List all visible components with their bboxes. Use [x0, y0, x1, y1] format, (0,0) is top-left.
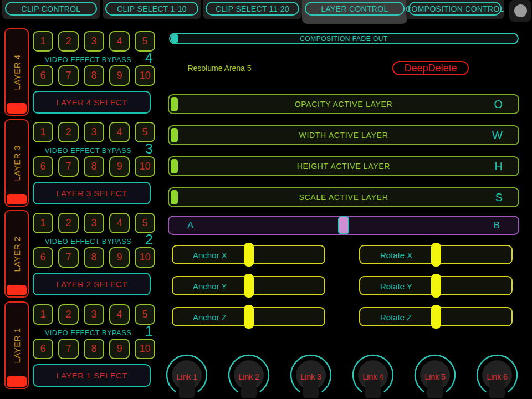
layer-4-bypass-button-8[interactable]: 8 — [84, 65, 104, 86]
layer-4-bypass-button-10[interactable]: 10 — [135, 65, 155, 86]
layer-1-bypass-button-9[interactable]: 9 — [109, 339, 130, 359]
layer-2-bypass-button-9[interactable]: 9 — [109, 247, 130, 268]
layer-1-fader-handle[interactable] — [7, 376, 27, 387]
link-5-knob[interactable]: Link 5 — [412, 352, 458, 398]
layer-4-bypass-button-2[interactable]: 2 — [58, 31, 79, 52]
width-slider-label: WIDTH ACTIVE LAYER — [169, 131, 518, 140]
tab-clip-select-1-10-button[interactable]: CLIP SELECT 1-10 — [105, 2, 198, 16]
rotate-x-slider[interactable]: Rotate X — [359, 245, 513, 264]
layer-3-bypass-button-8[interactable]: 8 — [84, 156, 104, 177]
layer-4-bypass-button-6[interactable]: 6 — [33, 65, 53, 86]
layer-1-bypass-button-10[interactable]: 10 — [135, 339, 155, 359]
anchor-z-slider[interactable]: Anchor Z — [172, 307, 325, 326]
layer-1-bypass-button-2[interactable]: 2 — [58, 304, 79, 325]
layer-3-bypass-button-7[interactable]: 7 — [58, 156, 79, 177]
layer-1-bypass-button-1[interactable]: 1 — [33, 304, 53, 325]
layer-4-bypass-button-3[interactable]: 3 — [84, 31, 104, 52]
layer-2-select-button[interactable]: LAYER 2 SELECT — [33, 273, 151, 295]
rotate-z-handle[interactable] — [431, 305, 441, 329]
tab-composition-control-button[interactable]: COMPOSITION CONTROL — [408, 2, 502, 16]
layer-1-fader[interactable]: LAYER 1 — [4, 301, 29, 389]
anchor-x-handle[interactable] — [244, 243, 254, 267]
layer-4-fader[interactable]: LAYER 4 — [4, 28, 29, 116]
rotate-y-slider[interactable]: Rotate Y — [359, 276, 513, 295]
opacity-slider-label: OPACITY ACTIVE LAYER — [169, 100, 518, 109]
layer-3-bypass-button-3[interactable]: 3 — [84, 122, 104, 142]
anchor-x-slider[interactable]: Anchor X — [172, 245, 325, 264]
opacity-active-layer-slider[interactable]: OPACITY ACTIVE LAYER O — [168, 94, 519, 114]
layer-1-bypass-button-6[interactable]: 6 — [33, 339, 53, 359]
rotate-y-label: Rotate Y — [380, 281, 412, 290]
layer-3-bypass-number: 3 — [139, 141, 160, 157]
scale-active-layer-slider[interactable]: SCALE ACTIVE LAYER S — [168, 187, 519, 207]
settings-button[interactable] — [509, 0, 531, 22]
tab-clip-control[interactable]: CLIP CONTROL — [2, 0, 100, 19]
layer-3-bypass-button-5[interactable]: 5 — [135, 122, 155, 142]
layer-3-bypass-button-6[interactable]: 6 — [33, 156, 53, 177]
layer-3-bypass-button-9[interactable]: 9 — [109, 156, 130, 177]
layer-4-bypass-button-5[interactable]: 5 — [135, 31, 155, 52]
layer-4-bypass-button-7[interactable]: 7 — [58, 65, 79, 86]
layer-4-fader-handle[interactable] — [7, 103, 27, 114]
rotate-z-slider[interactable]: Rotate Z — [359, 307, 513, 326]
layer-3-bypass-button-1[interactable]: 1 — [33, 122, 53, 142]
layer-1-bypass-button-3[interactable]: 3 — [84, 304, 104, 325]
tab-clip-select-1-10[interactable]: CLIP SELECT 1-10 — [103, 0, 201, 19]
layer-2-section: LAYER 2 1 2 3 4 5 VIDEO EFFECT BYPASS 2 … — [0, 210, 162, 299]
tab-label: LAYER CONTROL — [321, 4, 388, 13]
layer-2-fader-handle[interactable] — [7, 285, 27, 295]
layer-2-bypass-button-4[interactable]: 4 — [109, 213, 130, 233]
layer-4-bypass-button-4[interactable]: 4 — [109, 31, 130, 52]
tab-clip-select-11-20[interactable]: CLIP SELECT 11-20 — [203, 0, 302, 19]
layer-4-select-button[interactable]: LAYER 4 SELECT — [33, 91, 151, 114]
width-active-layer-slider[interactable]: WIDTH ACTIVE LAYER W — [168, 125, 519, 145]
layer-2-bypass-button-3[interactable]: 3 — [84, 213, 104, 233]
layer-4-bypass-button-9[interactable]: 9 — [109, 65, 130, 86]
layer-1-section: LAYER 1 1 2 3 4 5 VIDEO EFFECT BYPASS 1 … — [0, 301, 162, 390]
layer-2-bypass-button-6[interactable]: 6 — [33, 247, 53, 268]
layer-4-bypass-button-1[interactable]: 1 — [33, 31, 53, 52]
layer-3-fader[interactable]: LAYER 3 — [4, 119, 29, 207]
link-3-knob[interactable]: Link 3 — [288, 352, 334, 398]
layer-2-bypass-button-1[interactable]: 1 — [33, 213, 53, 233]
layer-1-bypass-button-8[interactable]: 8 — [84, 339, 104, 359]
layer-2-bypass-button-7[interactable]: 7 — [58, 247, 79, 268]
link-1-knob[interactable]: Link 1 — [163, 352, 210, 398]
composition-fade-out-label: COMPOSITION FADE OUT — [170, 35, 518, 43]
tab-composition-control[interactable]: COMPOSITION CONTROL — [406, 0, 504, 19]
layer-1-bypass-button-5[interactable]: 5 — [135, 304, 155, 325]
crossfader-handle[interactable] — [338, 216, 349, 234]
layer-1-bypass-button-4[interactable]: 4 — [109, 304, 130, 325]
composition-fade-out-slider[interactable]: COMPOSITION FADE OUT — [169, 33, 519, 44]
layer-2-bypass-button-10[interactable]: 10 — [135, 247, 155, 268]
layer-3-bypass-button-10[interactable]: 10 — [135, 156, 155, 177]
height-active-layer-slider[interactable]: HEIGHT ACTIVE LAYER H — [168, 156, 519, 176]
ab-crossfader[interactable]: A B — [168, 216, 519, 235]
deepdelete-button[interactable]: DeepDelete — [392, 61, 469, 75]
link-6-label: Link 6 — [474, 372, 520, 381]
layer-1-bypass-button-7[interactable]: 7 — [58, 339, 79, 359]
layer-2-bypass-button-2[interactable]: 2 — [58, 213, 79, 233]
anchor-z-handle[interactable] — [244, 305, 254, 329]
layer-2-bypass-button-5[interactable]: 5 — [135, 213, 155, 233]
link-6-knob[interactable]: Link 6 — [474, 352, 520, 398]
layer-2-bypass-button-8[interactable]: 8 — [84, 247, 104, 268]
layer-2-fader[interactable]: LAYER 2 — [4, 210, 29, 298]
layer-3-fader-handle[interactable] — [7, 194, 27, 204]
tab-clip-control-button[interactable]: CLIP CONTROL — [5, 2, 97, 16]
layer-3-select-button[interactable]: LAYER 3 SELECT — [33, 182, 151, 204]
layer-4-bypass-label: VIDEO EFFECT BYPASS — [33, 55, 144, 64]
rotate-y-handle[interactable] — [431, 274, 441, 298]
tab-layer-control[interactable]: LAYER CONTROL — [302, 0, 407, 24]
rotate-x-handle[interactable] — [431, 243, 441, 267]
link-4-knob[interactable]: Link 4 — [350, 352, 396, 398]
layer-3-bypass-button-4[interactable]: 4 — [109, 122, 130, 142]
link-2-knob[interactable]: Link 2 — [226, 352, 272, 398]
tab-layer-control-button[interactable]: LAYER CONTROL — [305, 2, 405, 16]
layer-2-fader-label: LAYER 2 — [12, 236, 22, 272]
layer-1-select-button[interactable]: LAYER 1 SELECT — [33, 364, 151, 387]
anchor-y-slider[interactable]: Anchor Y — [172, 276, 325, 295]
tab-clip-select-11-20-button[interactable]: CLIP SELECT 11-20 — [206, 2, 299, 16]
anchor-y-handle[interactable] — [244, 274, 254, 298]
layer-3-bypass-button-2[interactable]: 2 — [58, 122, 79, 142]
